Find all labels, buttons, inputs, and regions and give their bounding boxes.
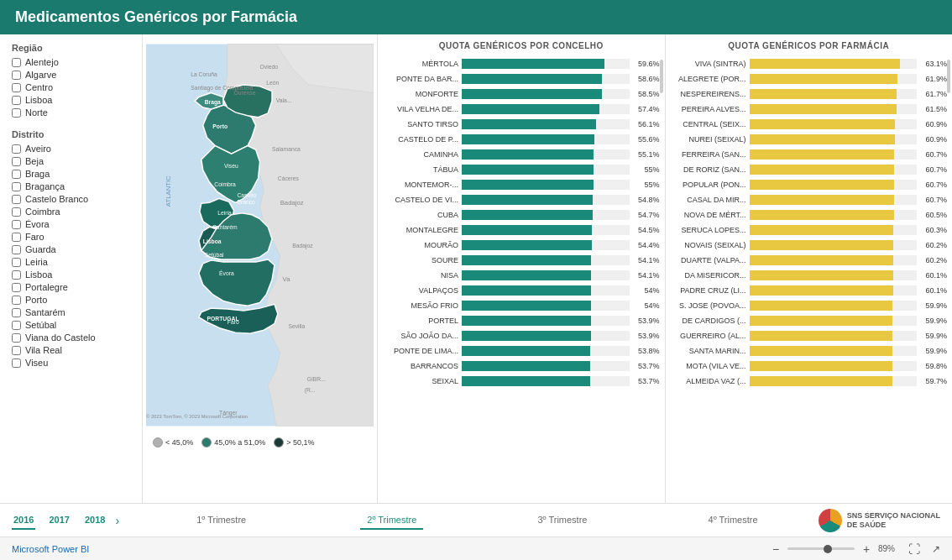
table-row[interactable]: DUARTE (VALPA... 60.2% <box>671 254 948 267</box>
filter-evora[interactable]: Évora <box>12 219 130 229</box>
bar-label: SOURE <box>383 256 458 264</box>
quarter-tab-4[interactable]: 4º Trimestre <box>702 511 765 530</box>
table-row[interactable]: NESPEREIRENS... 61.7% <box>671 87 948 101</box>
expand-icon[interactable]: ⛶ <box>908 542 920 556</box>
table-row[interactable]: BARRANCOS 53.7% <box>383 359 660 373</box>
bar-label: VIVA (SINTRA) <box>671 60 746 68</box>
powerbi-link[interactable]: Microsoft Power BI <box>12 544 89 554</box>
svg-text:Tánger: Tánger <box>219 410 238 416</box>
table-row[interactable]: ALEGRETE (POR... 61.9% <box>671 72 948 86</box>
table-row[interactable]: NOVA DE MÉRT... 60.5% <box>671 208 948 222</box>
table-row[interactable]: CASAL DA MIR... 60.7% <box>671 193 948 207</box>
table-row[interactable]: CAMINHA 55.1% <box>383 148 660 161</box>
table-row[interactable]: GUERREIRO (AL... 59.9% <box>671 329 948 343</box>
bar-label: MESÃO FRIO <box>383 301 458 310</box>
filter-viseu[interactable]: Viseu <box>12 358 130 368</box>
filter-lisboa[interactable]: Lisboa <box>12 270 130 280</box>
filter-castelo-branco[interactable]: Castelo Branco <box>12 194 130 204</box>
quarter-tab-1[interactable]: 1º Trimestre <box>190 511 253 530</box>
filter-aveiro[interactable]: Aveiro <box>12 144 130 154</box>
portugal-map[interactable]: ATLANTIC Braga Porto Viseu Coimbra Leiri… <box>146 38 374 432</box>
table-row[interactable]: NISA 54.1% <box>383 269 660 282</box>
quarter-tab-3[interactable]: 3º Trimestre <box>531 511 594 530</box>
bar-label: CASAL DA MIR... <box>671 196 746 204</box>
table-row[interactable]: NOVAIS (SEIXAL) 60.2% <box>671 238 948 252</box>
table-row[interactable]: VALPAÇOS 54% <box>383 284 660 297</box>
filter-vilareal[interactable]: Vila Real <box>12 345 130 355</box>
bar-label: PORTEL <box>383 317 458 325</box>
map-panel[interactable]: ATLANTIC Braga Porto Viseu Coimbra Leiri… <box>143 34 378 503</box>
table-row[interactable]: PADRE CRUZ (LI... 60.1% <box>671 284 948 297</box>
filter-regiao-centro[interactable]: Centro <box>12 82 130 92</box>
table-row[interactable]: MOTA (VILA VE... 59.8% <box>671 359 948 373</box>
table-row[interactable]: TÁBUA 55% <box>383 163 660 176</box>
table-row[interactable]: PEREIRA ALVES... 61.5% <box>671 102 948 116</box>
zoom-thumb[interactable] <box>824 545 832 553</box>
bar-track <box>462 74 630 84</box>
year-tab-2016[interactable]: 2016 <box>12 511 35 530</box>
filter-regiao-lisboa[interactable]: Lisboa <box>12 95 130 105</box>
table-row[interactable]: MONFORTE 58.5% <box>383 87 660 101</box>
charts-area: QUOTA GENÉRICOS POR CONCELHO MÉRTOLA 59.… <box>378 34 952 503</box>
table-row[interactable]: SÃO JOÃO DA... 53.9% <box>383 329 660 343</box>
table-row[interactable]: FERREIRA (SAN... 60.7% <box>671 148 948 161</box>
bar-label: NISA <box>383 271 458 280</box>
bar-track <box>462 285 630 296</box>
table-row[interactable]: SEIXAL 53.7% <box>383 374 660 388</box>
farmacia-scrollbar[interactable] <box>947 60 950 93</box>
concelho-scrollbar[interactable] <box>660 60 663 93</box>
filter-guarda[interactable]: Guarda <box>12 244 130 254</box>
table-row[interactable]: CASTELO DE P... 55.6% <box>383 133 660 146</box>
table-row[interactable]: MONTEMOR-... 55% <box>383 178 660 191</box>
table-row[interactable]: SANTA MARIN... 59.9% <box>671 344 948 358</box>
share-icon[interactable]: ↗ <box>932 543 940 555</box>
quarter-tab-2[interactable]: 2º Trimestre <box>360 511 423 530</box>
table-row[interactable]: CUBA 54.7% <box>383 208 660 222</box>
filter-faro[interactable]: Faro <box>12 232 130 242</box>
table-row[interactable]: MOURÃO 54.4% <box>383 238 660 252</box>
filter-setubal[interactable]: Setúbal <box>12 320 130 330</box>
table-row[interactable]: PORTEL 53.9% <box>383 314 660 327</box>
year-tab-2017[interactable]: 2017 <box>47 511 71 530</box>
filter-viana[interactable]: Viana do Castelo <box>12 332 130 343</box>
table-row[interactable]: VILA VELHA DE... 57.4% <box>383 102 660 116</box>
filter-braga[interactable]: Braga <box>12 169 130 179</box>
table-row[interactable]: VIVA (SINTRA) 63.1% <box>671 57 948 71</box>
table-row[interactable]: MONTALEGRE 54.5% <box>383 223 660 237</box>
filter-coimbra[interactable]: Coimbra <box>12 207 130 217</box>
table-row[interactable]: SERUCA LOPES... 60.3% <box>671 223 948 237</box>
filter-braganca[interactable]: Bragança <box>12 181 130 191</box>
table-row[interactable]: CASTELO DE VI... 54.8% <box>383 193 660 207</box>
zoom-minus-button[interactable]: − <box>769 542 782 556</box>
filter-regiao-alentejo[interactable]: Alentejo <box>12 57 130 67</box>
table-row[interactable]: ALMEIDA VAZ (... 59.7% <box>671 374 948 388</box>
table-row[interactable]: S. JOSE (POVOA... 59.9% <box>671 299 948 312</box>
bar-pct: 59.7% <box>920 377 947 385</box>
table-row[interactable]: SOURE 54.1% <box>383 254 660 267</box>
filter-regiao-algarve[interactable]: Algarve <box>12 70 130 80</box>
filter-porto[interactable]: Porto <box>12 295 130 305</box>
table-row[interactable]: SANTO TIRSO 56.1% <box>383 118 660 131</box>
bar-track <box>750 149 918 160</box>
year-forward-arrow[interactable]: › <box>115 514 119 527</box>
table-row[interactable]: DE RORIZ (SAN... 60.7% <box>671 163 948 176</box>
filter-leiria[interactable]: Leiria <box>12 257 130 267</box>
year-tab-2018[interactable]: 2018 <box>83 511 107 530</box>
table-row[interactable]: POPULAR (PON... 60.7% <box>671 178 948 191</box>
table-row[interactable]: NUREI (SEIXAL) 60.9% <box>671 133 948 146</box>
filter-regiao-norte[interactable]: Norte <box>12 107 130 118</box>
filter-santarem[interactable]: Santarém <box>12 307 130 317</box>
table-row[interactable]: MESÃO FRIO 54% <box>383 299 660 312</box>
table-row[interactable]: PONTE DE LIMA... 53.8% <box>383 344 660 358</box>
table-row[interactable]: CENTRAL (SEIX... 60.9% <box>671 118 948 131</box>
table-row[interactable]: DA MISERICOR... 60.1% <box>671 269 948 282</box>
zoom-plus-button[interactable]: + <box>860 542 873 556</box>
bar-label: SÃO JOÃO DA... <box>383 332 458 340</box>
filter-portalegre[interactable]: Portalegre <box>12 282 130 292</box>
bar-label: POPULAR (PON... <box>671 181 746 189</box>
filter-beja[interactable]: Beja <box>12 156 130 166</box>
table-row[interactable]: MÉRTOLA 59.6% <box>383 57 660 71</box>
zoom-slider[interactable] <box>787 547 855 550</box>
table-row[interactable]: DE CARDIGOS (... 59.9% <box>671 314 948 327</box>
table-row[interactable]: PONTE DA BAR... 58.6% <box>383 72 660 86</box>
